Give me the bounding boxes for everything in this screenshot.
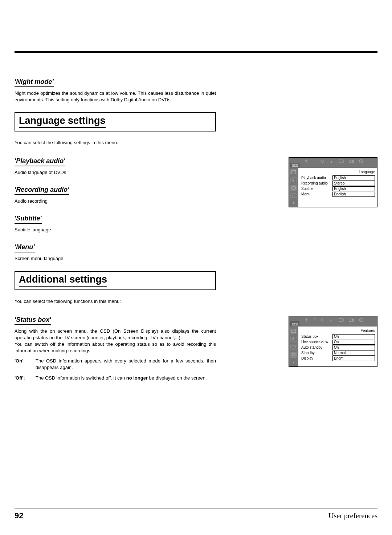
footer-title: User preferences [328,512,377,520]
satellite-icon [329,159,334,163]
def-off-body: The OSD information is switched off. It … [36,375,216,381]
osd-row: Display Bright [301,356,375,361]
picture-icon [290,169,297,175]
down-arrow-icon: ▼ [292,361,295,364]
tv-icon [339,318,344,322]
page-number: 92 [15,511,23,520]
osd-row-label: Live source view [301,340,332,344]
osd-row: Live source view On [301,340,375,345]
svg-point-4 [360,161,362,162]
osd-row: Standby Normal [301,350,375,356]
language-icon [290,185,297,191]
body-night-mode: Night mode optimizes the sound dynamics … [15,90,216,103]
def-off-bold: no longer [126,375,148,381]
osd-row-label: Playback audio [301,176,332,180]
antenna-icon [304,318,309,322]
osd-top-bar: DVD T C [289,316,377,327]
osd-top-icons: T C [304,318,363,322]
osd-row-value: English [332,186,375,191]
sound-icon [290,177,297,183]
camera-icon [349,318,354,322]
definition-on: 'On': The OSD information appears with e… [15,358,216,371]
intro-language-settings: You can select the following settings in… [15,139,216,146]
svg-rect-9 [339,319,343,321]
osd-row-value: Stereo [332,181,375,186]
t-icon: T [314,159,316,163]
osd-main: Language Playback audio English Recordin… [298,168,377,207]
heading-language-settings: Language settings [19,115,106,128]
osd-title: Features [301,329,375,333]
t-icon: T [314,318,316,322]
satellite-icon [329,318,334,322]
def-off-label: 'Off' [15,375,24,381]
osd-row-label: Standby [301,351,332,355]
tv-icon [339,159,344,163]
svg-rect-6 [292,187,295,189]
osd-language-screen: DVD T C [289,157,377,207]
osd-dvd-label: DVD [290,163,299,167]
sound-icon [290,336,297,342]
svg-point-0 [331,162,332,163]
heading-box-additional-settings: Additional settings [15,271,216,290]
osd-sidebar: ▼ [289,327,298,366]
picture-icon [290,328,297,334]
subheading-recording-audio: 'Recording audio' [15,186,69,195]
subheading-menu: 'Menu' [15,243,35,252]
body-status-box-2: You can switch off the information about… [15,341,216,354]
osd-row: Subtitle English [301,186,375,191]
osd-top-icons: T C [304,159,363,163]
osd-row: Menu English [301,192,375,197]
osd-row-value: On [332,340,375,345]
osd-row-value: Normal [332,350,375,356]
body-playback-audio: Audio language of DVDs [15,169,216,176]
down-arrow-icon: ▼ [292,201,295,205]
body-status-box-1: Along with the on screen menu, the OSD (… [15,328,216,341]
def-on-body: The OSD information appears with every s… [36,358,216,371]
disc-icon [359,159,363,163]
osd-row: Auto standby On [301,345,375,350]
svg-rect-1 [339,160,343,163]
osd-row-label: Status box [301,335,332,339]
osd-row-value: English [332,192,375,197]
subheading-night-mode: 'Night mode' [15,78,54,87]
body-subtitle: Subtitle language [15,227,216,233]
heading-box-language-settings: Language settings [15,112,216,131]
svg-rect-2 [349,160,352,163]
subheading-playback-audio: 'Playback audio' [15,157,65,166]
osd-title: Language [301,170,375,174]
osd-top-bar: DVD T C [289,158,377,168]
def-on-label: 'On' [15,358,23,364]
subheading-subtitle: 'Subtitle' [15,215,42,224]
svg-rect-7 [292,195,295,197]
svg-point-12 [360,319,362,320]
osd-row-label: Display [301,356,332,360]
def-off-pre: The OSD information is switched off. It … [36,375,126,381]
definition-off: 'Off': The OSD information is switched o… [15,375,216,381]
svg-rect-15 [292,354,295,356]
def-off-post: be displayed on the screen. [148,375,207,381]
osd-main: Features Status box On Live source view … [298,327,377,366]
page-footer: 92 User preferences [15,508,377,520]
osd-row-label: Auto standby [301,345,332,349]
body-recording-audio: Audio recording [15,198,216,204]
camera-icon [349,159,354,163]
osd-row-label: Subtitle [301,187,332,191]
osd-row-value: Bright [332,356,375,361]
svg-point-8 [331,321,332,321]
osd-row-value: English [332,175,375,181]
body-menu: Screen menu language [15,255,216,262]
def-off-colon: : [24,375,25,381]
osd-row-value: On [332,334,375,339]
top-rule [15,51,377,53]
language-icon [290,344,297,350]
c-icon: C [321,159,324,163]
svg-rect-14 [292,345,295,348]
heading-additional-settings: Additional settings [19,274,107,287]
osd-row: Status box On [301,334,375,339]
osd-dvd-label: DVD [290,321,299,326]
def-on-colon: : [23,358,25,364]
osd-sidebar: ▼ [289,168,298,207]
subheading-status-box: 'Status box' [15,316,51,325]
osd-row: Playback audio English [301,175,375,181]
features-icon [290,193,297,199]
